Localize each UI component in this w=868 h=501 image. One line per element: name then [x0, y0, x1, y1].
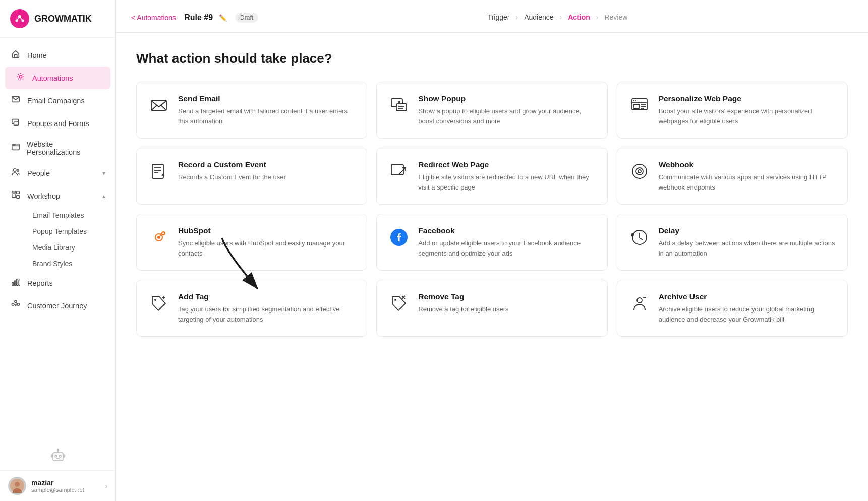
step-action-label: Action	[568, 13, 590, 21]
sidebar-item-email-templates[interactable]: Email Templates	[27, 207, 115, 223]
draft-badge: Draft	[235, 13, 258, 23]
rule-title: Rule #9	[184, 13, 213, 22]
svg-rect-20	[17, 279, 18, 286]
svg-line-3	[17, 17, 20, 21]
personalize-icon	[628, 94, 651, 116]
reports-label: Reports	[27, 279, 53, 287]
automations-label: Automations	[32, 74, 73, 82]
hubspot-body: HubSpot Sync eligible users with HubSpot…	[178, 226, 356, 258]
hubspot-desc: Sync eligible users with HubSpot and eas…	[178, 238, 356, 258]
svg-point-22	[12, 303, 14, 306]
send-email-title: Send Email	[178, 94, 356, 103]
svg-point-55	[638, 170, 641, 173]
card-send-email[interactable]: Send Email Send a targeted email with ta…	[136, 82, 367, 139]
step-arrow-2: ›	[560, 13, 562, 21]
back-button[interactable]: < Automations	[131, 14, 176, 22]
bot-icon[interactable]	[50, 444, 66, 466]
email-campaigns-icon	[10, 95, 21, 106]
card-webhook[interactable]: Webhook Communicate with various apps an…	[617, 148, 848, 205]
svg-rect-25	[53, 453, 63, 461]
card-delay[interactable]: ! Delay Add a delay between actions when…	[617, 214, 848, 271]
sidebar-item-home[interactable]: Home	[0, 44, 115, 67]
sidebar-item-email-campaigns[interactable]: Email Campaigns	[0, 89, 115, 112]
sidebar-item-popup-templates[interactable]: Popup Templates	[27, 223, 115, 239]
card-show-popup[interactable]: Show Popup Show a popup to eligible user…	[376, 82, 607, 139]
hubspot-icon	[148, 226, 170, 248]
card-record-custom-event[interactable]: Record a Custom Event Records a Custom E…	[136, 148, 367, 205]
workshop-label: Workshop	[27, 192, 60, 200]
sidebar-item-popups-forms[interactable]: Popups and Forms	[0, 112, 115, 135]
workshop-submenu: Email Templates Popup Templates Media Li…	[0, 207, 115, 272]
svg-point-5	[19, 75, 22, 78]
edit-rule-icon[interactable]: ✏️	[219, 14, 227, 22]
remove-tag-title: Remove Tag	[418, 292, 596, 301]
user-profile[interactable]: maziar sample@sample.net ›	[0, 470, 115, 501]
svg-point-54	[632, 164, 647, 178]
show-popup-body: Show Popup Show a popup to eligible user…	[418, 94, 596, 126]
step-review[interactable]: Review	[604, 13, 627, 21]
svg-point-57	[162, 232, 164, 234]
workshop-chevron-icon: ▴	[102, 193, 105, 200]
popups-label: Popups and Forms	[27, 119, 89, 128]
delay-desc: Add a delay between actions when there a…	[659, 238, 836, 258]
sidebar-item-people[interactable]: People ▾	[0, 162, 115, 184]
record-event-icon	[148, 160, 170, 182]
popups-icon	[10, 117, 21, 129]
card-add-tag[interactable]: Add Tag Tag your users for simplified se…	[136, 280, 367, 337]
email-campaigns-label: Email Campaigns	[27, 97, 85, 105]
svg-rect-16	[17, 196, 19, 198]
svg-rect-43	[633, 104, 640, 108]
card-remove-tag[interactable]: Remove Tag Remove a tag for eligible use…	[376, 280, 607, 337]
workshop-icon	[10, 190, 21, 202]
sidebar-item-reports[interactable]: Reports	[0, 272, 115, 294]
sidebar-item-media-library[interactable]: Media Library	[27, 239, 115, 256]
card-hubspot[interactable]: HubSpot Sync eligible users with HubSpot…	[136, 214, 367, 271]
card-archive-user[interactable]: Archive User Archive eligible users to r…	[617, 280, 848, 337]
personalize-title: Personalize Web Page	[659, 94, 836, 103]
svg-rect-14	[12, 194, 16, 197]
user-menu-chevron-icon: ›	[105, 482, 107, 490]
delay-title: Delay	[659, 226, 836, 235]
sidebar-item-customer-journey[interactable]: Customer Journey	[0, 294, 115, 317]
personalize-desc: Boost your site visitors' experience wit…	[659, 106, 836, 126]
record-event-title: Record a Custom Event	[178, 160, 356, 169]
card-facebook[interactable]: Facebook Add or update eligible users to…	[376, 214, 607, 271]
step-audience[interactable]: Audience	[524, 13, 553, 21]
svg-point-32	[15, 482, 20, 487]
people-chevron-icon: ▾	[102, 170, 105, 177]
card-personalize-web-page[interactable]: Personalize Web Page Boost your site vis…	[617, 82, 848, 139]
add-tag-body: Add Tag Tag your users for simplified se…	[178, 292, 356, 324]
content-area: What action should take place?	[116, 33, 868, 501]
svg-rect-49	[152, 164, 163, 178]
show-popup-icon	[388, 94, 410, 116]
svg-point-48	[635, 100, 636, 101]
home-icon	[10, 49, 21, 61]
archive-user-icon	[628, 292, 651, 315]
redirect-body: Redirect Web Page Eligible site visitors…	[418, 160, 596, 192]
step-action[interactable]: Action	[568, 13, 590, 21]
facebook-title: Facebook	[418, 226, 596, 235]
svg-rect-21	[19, 280, 20, 285]
sidebar-item-brand-styles[interactable]: Brand Styles	[27, 256, 115, 272]
sidebar-item-workshop[interactable]: Workshop ▴	[0, 184, 115, 207]
user-name: maziar	[31, 479, 100, 487]
record-event-desc: Records a Custom Event for the user	[178, 172, 356, 182]
svg-rect-17	[12, 191, 16, 193]
send-email-body: Send Email Send a targeted email with ta…	[178, 94, 356, 126]
step-trigger[interactable]: Trigger	[488, 13, 510, 21]
logo[interactable]: GROWMATIK	[0, 0, 115, 38]
show-popup-title: Show Popup	[418, 94, 596, 103]
redirect-icon	[388, 160, 410, 182]
sidebar-item-automations[interactable]: Automations	[5, 67, 110, 89]
svg-point-47	[633, 100, 634, 101]
svg-point-10	[13, 144, 13, 145]
sidebar-item-website-personalizations[interactable]: Website Personalizations	[0, 135, 115, 162]
customer-journey-label: Customer Journey	[27, 302, 87, 310]
send-email-icon	[148, 94, 170, 116]
redirect-desc: Eligible site visitors are redirected to…	[418, 172, 596, 192]
action-cards-grid: Send Email Send a targeted email with ta…	[136, 82, 848, 337]
card-redirect-web-page[interactable]: Redirect Web Page Eligible site visitors…	[376, 148, 607, 205]
svg-rect-29	[51, 455, 52, 457]
svg-line-4	[20, 17, 23, 21]
sidebar-nav: Home Automations Email Campaigns	[0, 38, 115, 444]
